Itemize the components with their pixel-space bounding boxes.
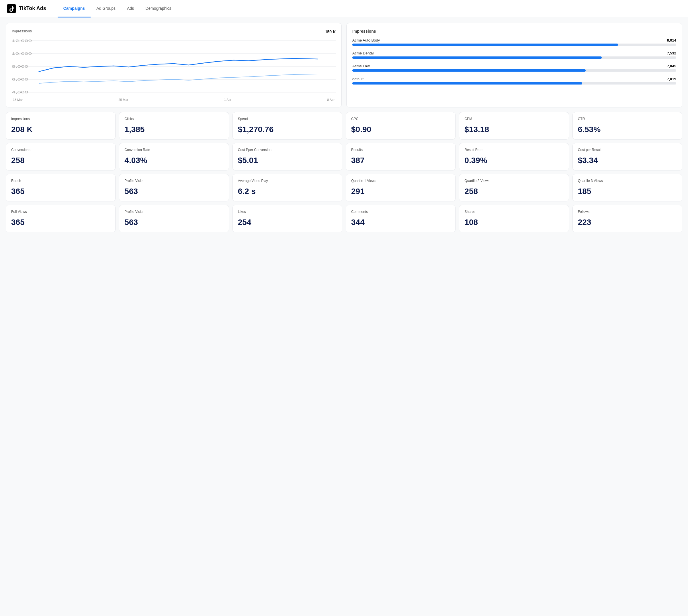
tab-ad-groups[interactable]: Ad Groups: [91, 0, 121, 18]
metric-label: Likes: [238, 210, 337, 214]
main-content: Impressions 159 K 12,000 10,000 8,000 6,…: [0, 17, 688, 242]
metric-card-result-rate: Result Rate 0.39%: [459, 143, 569, 171]
metric-label: Impressions: [11, 117, 110, 121]
metric-card-profile-visits-r4: Profile Visits 563: [119, 205, 229, 233]
svg-text:6,000: 6,000: [12, 78, 28, 81]
metric-label: Conversion Rate: [124, 148, 223, 152]
metric-card-cpc: CPC $0.90: [346, 112, 455, 139]
metric-value: 254: [238, 218, 337, 227]
metric-value: 6.53%: [578, 125, 677, 134]
metric-card-impressions: Impressions 208 K: [6, 112, 115, 139]
metric-value: 563: [124, 218, 223, 227]
metric-label: CPM: [465, 117, 563, 121]
metric-card-comments: Comments 344: [346, 205, 455, 233]
bar-value-3: 7,019: [667, 77, 676, 81]
metric-card-shares: Shares 108: [459, 205, 569, 233]
metric-label: Quartile 2 Views: [465, 179, 563, 183]
metric-label: Profile Visits: [124, 210, 223, 214]
metric-value: 563: [124, 187, 223, 196]
metric-card-results: Results 387: [346, 143, 455, 171]
metric-label: CPC: [351, 117, 450, 121]
metrics-row-2: Conversions 258 Conversion Rate 4.03% Co…: [6, 143, 682, 171]
metric-value: 258: [465, 187, 563, 196]
metric-label: Profile Visits: [124, 179, 223, 183]
metrics-row-3: Reach 365 Profile Visits 563 Average Vid…: [6, 174, 682, 201]
bar-item-1: Acme Dental 7,532: [352, 51, 676, 59]
bar-item-3: default 7,019: [352, 77, 676, 85]
metric-value: $3.34: [578, 156, 677, 165]
tab-campaigns[interactable]: Campaigns: [58, 0, 91, 18]
metric-value: 4.03%: [124, 156, 223, 165]
metric-label: Quartile 1 Views: [351, 179, 450, 183]
tab-demographics[interactable]: Demographics: [139, 0, 177, 18]
metric-card-avg-video-play: Average Video Play 6.2 s: [233, 174, 342, 201]
svg-text:12,000: 12,000: [12, 39, 32, 42]
metric-value: 258: [11, 156, 110, 165]
metric-card-profile-visits-r3: Profile Visits 563: [119, 174, 229, 201]
metric-card-ctr: CTR 6.53%: [573, 112, 682, 139]
metric-label: Quartile 3 Views: [578, 179, 677, 183]
metric-value: 208 K: [11, 125, 110, 134]
metric-card-cpm: CPM $13.18: [459, 112, 569, 139]
bar-value-0: 8,014: [667, 38, 676, 42]
metric-card-full-views: Full Views 365: [6, 205, 115, 233]
metric-value: 291: [351, 187, 450, 196]
metric-value: 387: [351, 156, 450, 165]
metric-label: Cost Pper Conversion: [238, 148, 337, 152]
chart-title: Impressions: [12, 29, 32, 33]
svg-text:10,000: 10,000: [12, 52, 32, 55]
metric-value: 365: [11, 187, 110, 196]
main-nav: Campaigns Ad Groups Ads Demographics: [58, 0, 177, 17]
metric-label: Spend: [238, 117, 337, 121]
chart-total: 159 K: [325, 29, 336, 34]
metric-label: Results: [351, 148, 450, 152]
metric-card-quartile3: Quartile 3 Views 185: [573, 174, 682, 201]
metrics-row-4: Full Views 365 Profile Visits 563 Likes …: [6, 205, 682, 233]
metric-card-conversion-rate: Conversion Rate 4.03%: [119, 143, 229, 171]
bar-label-3: default: [352, 77, 364, 81]
metric-value: $5.01: [238, 156, 337, 165]
logo: TikTok Ads: [7, 4, 46, 13]
metric-value: 344: [351, 218, 450, 227]
metric-card-reach: Reach 365: [6, 174, 115, 201]
metric-card-conversions: Conversions 258: [6, 143, 115, 171]
metric-label: Reach: [11, 179, 110, 183]
bar-label-1: Acme Dental: [352, 51, 373, 55]
metric-value: 185: [578, 187, 677, 196]
metric-card-cost-per-result: Cost per Result $3.34: [573, 143, 682, 171]
bar-item-0: Acme Auto Body 8,014: [352, 38, 676, 46]
metric-label: CTR: [578, 117, 677, 121]
metric-value: $0.90: [351, 125, 450, 134]
impressions-bar-title: Impressions: [352, 29, 676, 34]
app-header: TikTok Ads Campaigns Ad Groups Ads Demog…: [0, 0, 688, 17]
tab-ads[interactable]: Ads: [121, 0, 139, 18]
metric-value: 0.39%: [465, 156, 563, 165]
metric-card-quartile2: Quartile 2 Views 258: [459, 174, 569, 201]
line-chart-panel: Impressions 159 K 12,000 10,000 8,000 6,…: [6, 23, 342, 107]
metric-value: 365: [11, 218, 110, 227]
line-chart: 12,000 10,000 8,000 6,000 4,000: [12, 38, 336, 96]
metric-value: 1,385: [124, 125, 223, 134]
metric-label: Full Views: [11, 210, 110, 214]
metric-label: Comments: [351, 210, 450, 214]
svg-text:4,000: 4,000: [12, 90, 28, 94]
metric-card-cost-per-conversion: Cost Pper Conversion $5.01: [233, 143, 342, 171]
metric-label: Clicks: [124, 117, 223, 121]
metric-label: Average Video Play: [238, 179, 337, 183]
bar-label-2: Acme Law: [352, 64, 370, 68]
impressions-bar-panel: Impressions Acme Auto Body 8,014 Acme De…: [346, 23, 682, 107]
chart-x-labels: 18 Mar 25 Mar 1 Apr 8 Apr: [12, 98, 336, 102]
metric-label: Result Rate: [465, 148, 563, 152]
bar-value-1: 7,532: [667, 51, 676, 55]
metric-card-follows: Follows 223: [573, 205, 682, 233]
metric-card-quartile1: Quartile 1 Views 291: [346, 174, 455, 201]
top-panels: Impressions 159 K 12,000 10,000 8,000 6,…: [6, 23, 682, 107]
app-name: TikTok Ads: [19, 5, 46, 12]
metric-card-spend: Spend $1,270.76: [233, 112, 342, 139]
metric-label: Shares: [465, 210, 563, 214]
metric-card-likes: Likes 254: [233, 205, 342, 233]
metric-label: Conversions: [11, 148, 110, 152]
bar-value-2: 7,045: [667, 64, 676, 68]
metric-value: $1,270.76: [238, 125, 337, 134]
metrics-row-1: Impressions 208 K Clicks 1,385 Spend $1,…: [6, 112, 682, 139]
